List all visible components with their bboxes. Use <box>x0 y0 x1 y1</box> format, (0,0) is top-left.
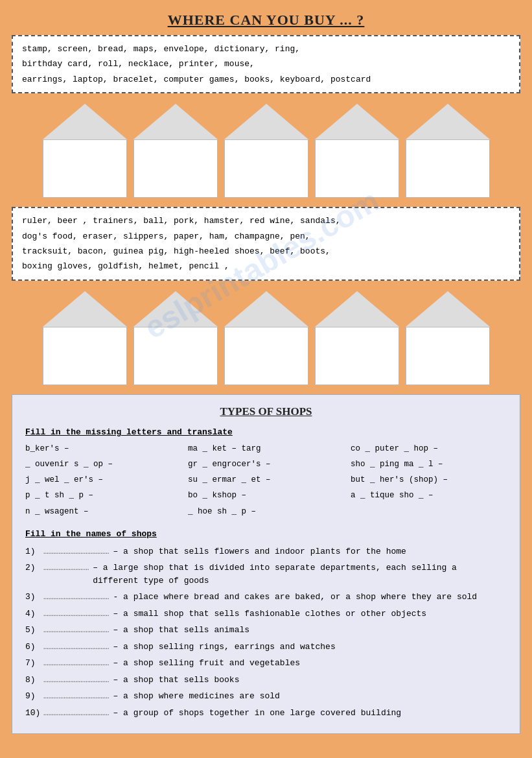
house-body-2 <box>133 139 218 198</box>
shop-dots: ………………………………… <box>43 657 109 670</box>
word-box-1: stamp, screen, bread, maps, envelope, di… <box>12 35 520 93</box>
houses-row-2 <box>12 291 520 385</box>
shop-dots: ………………………………… <box>43 690 109 703</box>
fill-letter-cell: j _ wel _ er's – <box>25 473 181 487</box>
word2-line-1: ruler, beer , trainers, ball, pork, hams… <box>22 213 510 228</box>
fill-letter-cell: a _ tique sho _ – <box>351 489 507 503</box>
fill-letter-cell: n _ wsagent – <box>25 505 181 519</box>
shop-dots: ……………………… <box>43 562 89 574</box>
shop-num: 8) <box>25 674 43 687</box>
house-8 <box>224 291 308 385</box>
page-title: WHERE CAN YOU BUY ... ? <box>12 12 520 29</box>
house-roof-3 <box>224 104 308 139</box>
shop-desc: – a shop that sells animals <box>113 624 507 637</box>
house-body-4 <box>315 139 399 198</box>
house-10 <box>406 291 490 385</box>
fill-letters-grid: b_ker's –ma _ ket – targco _ puter _ hop… <box>25 442 507 519</box>
shop-num: 6) <box>25 641 43 654</box>
shop-dots: ………………………………… <box>43 641 109 654</box>
fill-letter-cell: bo _ kshop – <box>188 489 344 503</box>
fill-letter-cell: sho _ ping ma _ l – <box>351 458 507 471</box>
fill-letter-cell: co _ puter _ hop – <box>351 442 507 456</box>
house-9 <box>315 291 399 385</box>
house-roof-8 <box>224 291 308 327</box>
shop-desc: – a group of shops together in one large… <box>113 707 507 720</box>
house-roof-6 <box>43 291 127 327</box>
shop-dots: ………………………………… <box>43 674 109 687</box>
fill-letter-cell: gr _ engrocer's – <box>188 458 344 471</box>
shop-item: 1) ………………………………… – a shop that sells flo… <box>25 545 507 558</box>
shop-desc: – a shop where medicines are sold <box>113 690 507 703</box>
fill-letters-title: Fill in the missing letters and translat… <box>25 427 507 437</box>
house-4 <box>315 104 399 198</box>
shop-desc: – a large shop that is divided into sepa… <box>93 562 507 587</box>
house-body-8 <box>224 327 308 385</box>
word-box-2: ruler, beer , trainers, ball, pork, hams… <box>12 207 520 281</box>
house-1 <box>43 104 127 198</box>
house-roof-2 <box>133 104 218 139</box>
shop-desc: – a shop that sells flowers and indoor p… <box>113 545 507 558</box>
shop-list: 1) ………………………………… – a shop that sells flo… <box>25 545 507 720</box>
shop-item: 5) ………………………………… – a shop that sells ani… <box>25 624 507 637</box>
shop-dots: ………………………………… <box>43 624 109 637</box>
house-roof-4 <box>315 104 399 139</box>
word2-line-3: tracksuit, bacon, guinea pig, high-heele… <box>22 244 510 259</box>
shop-num: 4) <box>25 608 43 621</box>
shop-dots: ………………………………… <box>43 707 109 720</box>
shop-item: 6) ………………………………… – a shop selling rings,… <box>25 641 507 654</box>
fill-letter-cell: b_ker's – <box>25 442 181 456</box>
shop-desc: – a shop selling fruit and vegetables <box>113 657 507 670</box>
shop-item: 10) ………………………………… – a group of shops tog… <box>25 707 507 720</box>
house-7 <box>133 291 218 385</box>
shop-desc: – a small shop that sells fashionable cl… <box>113 608 507 621</box>
house-body-3 <box>224 139 308 198</box>
house-roof-1 <box>43 104 127 139</box>
shop-num: 9) <box>25 690 43 703</box>
house-body-9 <box>315 327 399 385</box>
shop-item: 7) ………………………………… – a shop selling fruit … <box>25 657 507 670</box>
shop-item: 4) ………………………………… – a small shop that sel… <box>25 608 507 621</box>
shop-num: 1) <box>25 545 43 558</box>
house-body-6 <box>43 327 127 385</box>
shop-num: 3) <box>25 591 43 604</box>
fill-letter-cell: but _ her's (shop) – <box>351 473 507 487</box>
shop-num: 5) <box>25 624 43 637</box>
house-roof-9 <box>315 291 399 327</box>
house-roof-10 <box>406 291 490 327</box>
house-body-10 <box>406 327 490 385</box>
shop-item: 9) ………………………………… – a shop where medicine… <box>25 690 507 703</box>
house-roof-7 <box>133 291 218 327</box>
house-3 <box>224 104 308 198</box>
word2-line-2: dog's food, eraser, slippers, paper, ham… <box>22 229 510 244</box>
fill-letter-cell: su _ ermar _ et – <box>188 473 344 487</box>
shop-item: 8) ………………………………… – a shop that sells boo… <box>25 674 507 687</box>
house-body-5 <box>406 139 490 198</box>
shop-desc: – a shop that sells books <box>113 674 507 687</box>
house-5 <box>406 104 490 198</box>
fill-names-title: Fill in the names of shops <box>25 529 507 539</box>
shop-desc: - a place where bread and cakes are bake… <box>113 591 507 604</box>
word-line-2: birthday card, roll, necklace, printer, … <box>22 56 510 71</box>
house-roof-5 <box>406 104 490 139</box>
house-2 <box>133 104 218 198</box>
shop-num: 7) <box>25 657 43 670</box>
shop-dots: ………………………………… <box>43 545 109 558</box>
fill-letter-cell: ma _ ket – targ <box>188 442 344 456</box>
word2-line-4: boxing gloves, goldfish, helmet, pencil … <box>22 259 510 274</box>
shop-num: 10) <box>25 707 43 720</box>
fill-letter-cell: _ ouvenir s _ op – <box>25 458 181 471</box>
shop-desc: – a shop selling rings, earrings and wat… <box>113 641 507 654</box>
types-section: TYPES OF SHOPS Fill in the missing lette… <box>12 394 520 735</box>
fill-letter-cell: p _ t sh _ p – <box>25 489 181 503</box>
types-title: TYPES OF SHOPS <box>25 405 507 418</box>
fill-letter-cell: _ hoe sh _ p – <box>188 505 344 519</box>
shop-num: 2) <box>25 562 43 574</box>
house-body-7 <box>133 327 218 385</box>
word-line-3: earrings, laptop, bracelet, computer gam… <box>22 72 510 87</box>
shop-dots: ………………………………… <box>43 608 109 621</box>
shop-item: 2) ……………………… – a large shop that is divi… <box>25 562 507 587</box>
house-body-1 <box>43 139 127 198</box>
shop-dots: ………………………………… <box>43 591 109 604</box>
fill-letter-cell <box>351 505 507 519</box>
houses-row-1 <box>12 104 520 198</box>
